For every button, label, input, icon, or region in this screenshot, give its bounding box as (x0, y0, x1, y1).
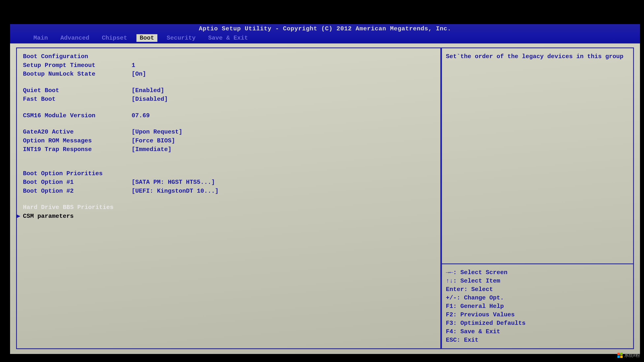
boot-opt2-label: Boot Option #2 (23, 187, 132, 196)
key-f3: F3: Optimized Defaults (446, 319, 629, 328)
tab-security[interactable]: Security (164, 34, 199, 42)
main-panel: Boot Configuration Setup Prompt Timeout … (16, 47, 441, 349)
int19-label: INT19 Trap Response (23, 145, 132, 154)
key-enter: Enter: Select (446, 285, 629, 294)
key-select-item: ↑↓: Select Item (446, 277, 629, 285)
setup-prompt-value: 1 (132, 61, 135, 70)
bootup-numlock-value: [On] (132, 70, 146, 79)
watermark: 系统#粉 (618, 352, 640, 359)
key-f4: F4: Save & Exit (446, 328, 629, 336)
tab-boot[interactable]: Boot (136, 34, 158, 42)
key-esc: ESC: Exit (446, 336, 629, 344)
tab-advanced[interactable]: Advanced (57, 34, 92, 42)
spacer (23, 104, 434, 111)
bootup-numlock[interactable]: Bootup NumLock State [On] (23, 70, 434, 79)
watermark-text: 系统#粉 (624, 352, 640, 359)
csm-params-label: CSM parameters (23, 212, 74, 221)
context-help: Set`the order of the legacy devices in t… (442, 48, 633, 264)
boot-option-2[interactable]: Boot Option #2 [UEFI: KingstonDT 10...] (23, 187, 434, 196)
title-text: Aptio Setup Utility - Copyright (C) 2012… (199, 25, 451, 32)
tab-chipset[interactable]: Chipset (98, 34, 130, 42)
quiet-boot[interactable]: Quiet Boot [Enabled] (23, 86, 434, 95)
key-f2: F2: Previous Values (446, 311, 629, 319)
boot-priorities-header: Boot Option Priorities (23, 169, 434, 178)
csm16-value: 07.69 (132, 111, 150, 120)
quiet-boot-value: [Enabled] (132, 86, 164, 95)
gatea20-label: GateA20 Active (23, 128, 132, 137)
bootup-numlock-label: Bootup NumLock State (23, 70, 132, 79)
gatea20-value: [Upon Request] (132, 128, 182, 137)
option-rom-value: [Force BIOS] (132, 137, 175, 145)
tab-bar: Main Advanced Chipset Boot Security Save… (10, 33, 640, 43)
watermark-logo-icon (618, 353, 623, 358)
quiet-boot-label: Quiet Boot (23, 86, 132, 95)
arrow-right-icon: ▶ (14, 212, 23, 221)
boot-opt2-value: [UEFI: KingstonDT 10...] (132, 187, 218, 196)
tab-main[interactable]: Main (30, 34, 51, 42)
boot-config-header: Boot Configuration (23, 52, 434, 61)
fast-boot[interactable]: Fast Boot [Disabled] (23, 95, 434, 104)
spacer (23, 154, 434, 162)
csm16-version: CSM16 Module Version 07.69 (23, 111, 434, 120)
key-f1: F1: General Help (446, 302, 629, 311)
fast-boot-value: [Disabled] (132, 95, 168, 104)
hdd-bbs-priorities[interactable]: Hard Drive BBS Priorities (14, 203, 434, 212)
content-area: Boot Configuration Setup Prompt Timeout … (10, 43, 640, 353)
fast-boot-label: Fast Boot (23, 95, 132, 104)
key-select-screen: →←: Select Screen (446, 268, 629, 277)
tab-save-exit[interactable]: Save & Exit (205, 34, 251, 42)
title-bar: Aptio Setup Utility - Copyright (C) 2012… (10, 24, 640, 33)
setup-prompt-label: Setup Prompt Timeout (23, 61, 132, 70)
csm16-label: CSM16 Module Version (23, 111, 132, 120)
spacer (23, 79, 434, 86)
int19-value: [Immediate] (132, 145, 172, 154)
key-help: →←: Select Screen ↑↓: Select Item Enter:… (442, 264, 633, 348)
hdd-bbs-label: Hard Drive BBS Priorities (23, 203, 114, 212)
gatea20[interactable]: GateA20 Active [Upon Request] (23, 128, 434, 137)
setup-prompt-timeout[interactable]: Setup Prompt Timeout 1 (23, 61, 434, 70)
spacer (23, 195, 434, 203)
option-rom[interactable]: Option ROM Messages [Force BIOS] (23, 137, 434, 145)
option-rom-label: Option ROM Messages (23, 137, 132, 145)
spacer (23, 120, 434, 128)
boot-opt1-label: Boot Option #1 (23, 178, 132, 187)
bios-screen: Aptio Setup Utility - Copyright (C) 2012… (10, 24, 640, 354)
key-change: +/-: Change Opt. (446, 294, 629, 302)
int19[interactable]: INT19 Trap Response [Immediate] (23, 145, 434, 154)
boot-opt1-value: [SATA PM: HGST HTS5...] (132, 178, 215, 187)
side-panel: Set`the order of the legacy devices in t… (441, 47, 634, 349)
boot-option-1[interactable]: Boot Option #1 [SATA PM: HGST HTS5...] (23, 178, 434, 187)
csm-parameters[interactable]: ▶ CSM parameters (14, 212, 434, 221)
spacer (23, 162, 434, 169)
